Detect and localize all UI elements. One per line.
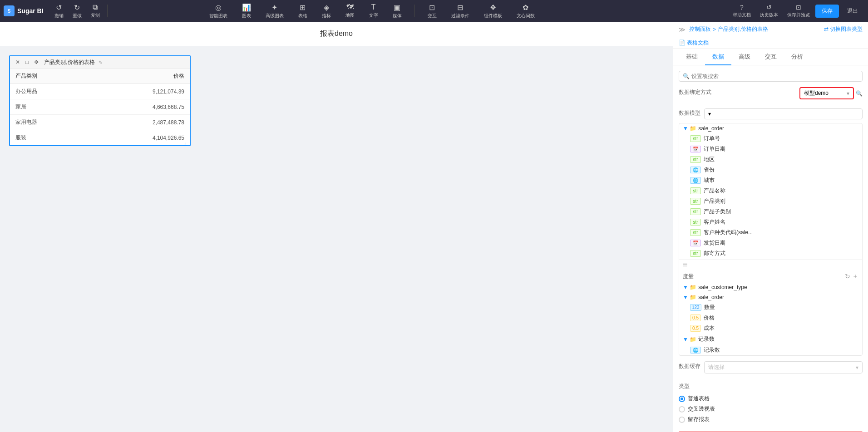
field-product-name[interactable]: str 产品名称 (686, 186, 862, 196)
field-city[interactable]: 🌐 城市 (686, 175, 862, 186)
toolbar-right: ? 帮助文档 ↺ 历史版本 ⊡ 保存并预览 保存 退出 (729, 2, 864, 20)
interact-button[interactable]: ⊡ 交互 (424, 1, 440, 21)
filter-button[interactable]: ⊟ 过滤条件 (448, 1, 473, 21)
tab-interact[interactable]: 交互 (758, 49, 784, 65)
text-icon: T (371, 3, 376, 11)
advanced-chart-button[interactable]: ✦ 高级图表 (262, 1, 287, 21)
radio-pivot-table-label: 交叉透视表 (688, 405, 715, 413)
tab-advanced[interactable]: 高级 (731, 49, 758, 65)
tree-sale-customer-type[interactable]: ▼ 📁 sale_customer_type (679, 282, 862, 292)
radio-pivot-table[interactable]: 交叉透视表 (679, 405, 863, 413)
field-order-date-label: 订单日期 (704, 145, 725, 153)
switch-chart-link[interactable]: ⇄ 切换图表类型 (824, 25, 863, 33)
separator-1 (107, 5, 108, 17)
media-button[interactable]: ▣ 媒体 (389, 1, 405, 21)
field-type-num: 123 (690, 304, 701, 311)
model-search-icon[interactable]: 🔍 (856, 90, 863, 97)
table-row: 服装 4,104,926.65 (10, 130, 190, 146)
smart-chart-button[interactable]: ◎ 智能图表 (206, 1, 231, 21)
tab-basic[interactable]: 基础 (679, 49, 705, 65)
field-product-subcategory[interactable]: str 产品子类别 (686, 206, 862, 217)
widget-edit-icon[interactable]: ✎ (99, 60, 102, 65)
interact-icon: ⊡ (429, 3, 435, 12)
field-price[interactable]: 0.5 价格 (686, 313, 862, 323)
table-label: 表格 (298, 13, 307, 19)
tab-analysis[interactable]: 分析 (784, 49, 810, 65)
data-binding-section: 数据绑定方式 模型demo ▾ 🔍 (679, 87, 863, 103)
tab-data[interactable]: 数据 (705, 49, 731, 65)
data-binding-row: 数据绑定方式 模型demo ▾ 🔍 (679, 87, 863, 99)
measure-add-icon[interactable]: ＋ (852, 272, 858, 280)
type-label: 类型 (679, 383, 863, 390)
field-cost[interactable]: 0.5 成本 (686, 323, 862, 334)
field-ship-method[interactable]: str 邮寄方式 (686, 248, 862, 259)
field-product-category[interactable]: str 产品类别 (686, 196, 862, 206)
field-customer-name[interactable]: str 客户姓名 (686, 217, 862, 227)
widget-move-button[interactable]: ✥ (32, 58, 40, 66)
switch-label: 切换图表类型 (830, 26, 863, 32)
field-region-label: 地区 (704, 156, 715, 163)
canvas-area: 报表demo ✕ □ ✥ 产品类别,价格的表格 ✎ 产品类别 价格 (0, 22, 673, 432)
field-order-date[interactable]: 📅 订单日期 (686, 144, 862, 154)
tree-record-count-label: 记录数 (698, 335, 715, 343)
radio-normal-table[interactable]: 普通表格 (679, 395, 863, 403)
component-label: 组件模板 (484, 13, 502, 19)
text-button[interactable]: T 文字 (365, 1, 382, 20)
field-city-label: 城市 (704, 177, 715, 184)
field-type-dec2: 0.5 (690, 325, 701, 332)
table-cell-value: 4,104,926.65 (88, 130, 190, 146)
model-select-text: 模型demo (804, 89, 845, 97)
field-ship-date[interactable]: 📅 发货日期 (686, 238, 862, 248)
redo-icon: ↻ (74, 3, 80, 12)
copy-button[interactable]: ⧉ 复制 (87, 1, 104, 20)
redo-button[interactable]: ↻ 重做 (69, 1, 85, 21)
save-preview-button[interactable]: ⊡ 保存并预览 (784, 2, 814, 20)
undo-button[interactable]: ↺ 撤销 (51, 1, 67, 21)
tree-sale-order[interactable]: ▼ 📁 sale_order (679, 123, 862, 133)
panel-expand-icon[interactable]: ≫ (679, 26, 686, 33)
field-quantity[interactable]: 123 数量 (686, 302, 862, 313)
field-order-num[interactable]: str 订单号 (686, 133, 862, 144)
search-box[interactable]: 🔍 (679, 71, 863, 82)
field-customer-code-label: 客户种类代码(sale... (704, 229, 753, 236)
widget-expand-button[interactable]: □ (24, 58, 30, 66)
tree-sale-order-measure[interactable]: ▼ 📁 sale_order (679, 292, 862, 302)
ai-button[interactable]: ✿ 文心问数 (513, 1, 538, 21)
radio-pivot-table-circle (679, 406, 685, 412)
map-button[interactable]: 🗺 地图 (342, 1, 358, 20)
field-customer-code[interactable]: str 客户种类代码(sale... (686, 227, 862, 238)
save-button[interactable]: 保存 (815, 5, 839, 18)
measure-refresh-icon[interactable]: ↻ (845, 273, 850, 280)
component-button[interactable]: ❖ 组件模板 (480, 1, 506, 21)
data-model-select[interactable]: ▾ (704, 108, 863, 119)
exit-button[interactable]: 退出 (841, 5, 864, 18)
help-button[interactable]: ? 帮助文档 (729, 2, 755, 20)
search-input[interactable] (691, 73, 858, 79)
field-price-label: 价格 (704, 314, 715, 322)
doc-link[interactable]: 📄 表格文档 (679, 39, 709, 47)
field-region[interactable]: str 地区 (686, 154, 862, 165)
field-province[interactable]: 🌐 省份 (686, 165, 862, 175)
history-button[interactable]: ↺ 历史版本 (756, 2, 782, 20)
data-table: 产品类别 价格 办公用品 9,121,074.39 家居 4,663,668.7… (10, 69, 190, 145)
table-button[interactable]: ⊞ 表格 (295, 1, 311, 21)
tree-record-count[interactable]: ▼ 📁 记录数 (679, 334, 862, 345)
indicator-button[interactable]: ◈ 指标 (318, 1, 335, 21)
model-select[interactable]: 模型demo ▾ (799, 87, 854, 99)
doc-icon: 📄 (679, 39, 687, 46)
data-cache-row: 数据缓存 请选择 ▾ (679, 361, 863, 373)
field-record-count-label: 记录数 (704, 346, 720, 354)
widget-resize-handle[interactable]: ⌟ (184, 140, 189, 144)
chart-widget: ✕ □ ✥ 产品类别,价格的表格 ✎ 产品类别 价格 办公用品 (9, 55, 191, 146)
smart-chart-icon: ◎ (215, 3, 222, 12)
data-cache-select[interactable]: 请选择 ▾ (704, 361, 863, 373)
field-record-count[interactable]: 🌐 记录数 (686, 345, 862, 355)
chart-button[interactable]: 📊 图表 (238, 1, 255, 21)
data-binding-label: 数据绑定方式 (679, 88, 711, 96)
radio-retention-table[interactable]: 留存报表 (679, 416, 863, 423)
field-type-date: 📅 (690, 146, 701, 152)
type-section: 类型 普通表格 交叉透视表 留存报表 (679, 383, 863, 426)
widget-close-button[interactable]: ✕ (14, 58, 22, 66)
app-name: Sugar BI (17, 7, 44, 15)
breadcrumb-root[interactable]: 控制面板 (689, 25, 711, 33)
